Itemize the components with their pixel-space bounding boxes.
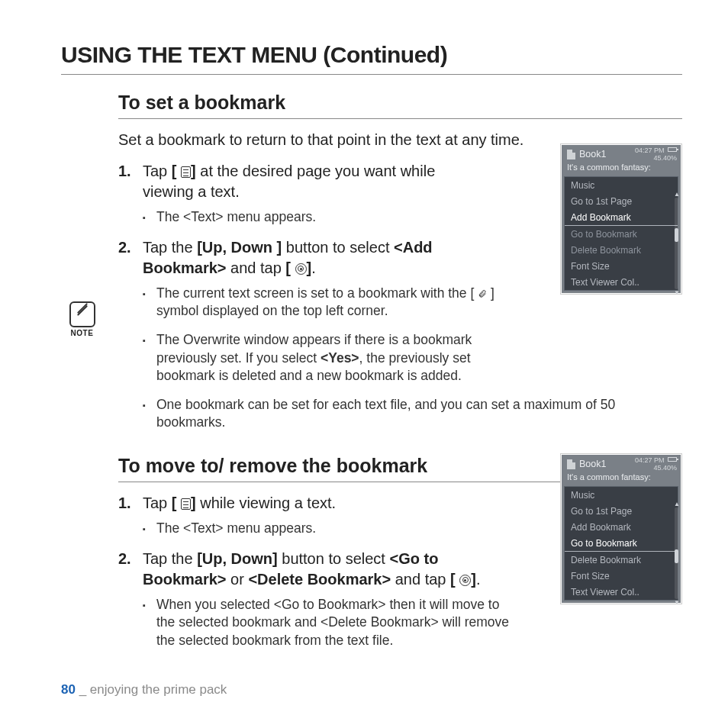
scroll-thumb [675,549,678,563]
menu-item-music: Music [565,177,678,193]
page-number: 80 [61,682,76,697]
step-number: 2. [118,237,135,279]
page-footer: 80 _ enjoying the prime pack [61,682,227,697]
menu-item-font-size: Font Size [565,258,678,274]
device-scrollbar: ▲ ▼ [675,198,678,289]
note-icon [69,301,95,327]
device-status: 04:27 PM 45.40% [635,147,677,163]
device-scrollbar: ▲ ▼ [675,507,678,599]
menu-icon [181,498,191,510]
scroll-up-icon: ▲ [674,192,679,197]
menu-item-add-bookmark: Add Bookmark [565,209,678,226]
device-excerpt: It's a common fantasy: [561,163,681,176]
menu-item-goto-bookmark: Go to Bookmark [565,226,678,242]
step-number: 1. [118,161,135,202]
device-screenshot-1: Book1 04:27 PM 45.40% It's a common fant… [560,143,682,295]
device-excerpt: It's a common fantasy: [561,472,681,486]
section1-step2-sub1: The current text screen is set to a book… [143,285,524,321]
scroll-down-icon: ▼ [674,290,679,295]
target-icon [295,263,307,275]
menu-item-text-color: Text Viewer Col.. [565,584,678,600]
section1-heading: To set a bookmark [118,92,682,119]
menu-item-goto-bookmark: Go to Bookmark [565,535,678,552]
battery-icon [668,147,677,152]
device-status: 04:27 PM 45.40% [635,457,677,472]
menu-item-font-size: Font Size [565,568,678,584]
note-callout: NOTE [61,301,103,337]
section2-step1-sub: The <Text> menu appears. [143,520,524,538]
step-number: 2. [118,549,135,590]
footer-chapter: enjoying the prime pack [90,682,227,697]
page-title: USING THE TEXT MENU (Continued) [61,42,682,75]
device-menu: Music Go to 1st Page Add Bookmark Go to … [564,176,678,291]
paperclip-icon [478,288,487,299]
menu-item-first-page: Go to 1st Page [565,193,678,209]
menu-item-first-page: Go to 1st Page [565,503,678,519]
device-book-title: Book1 [579,149,606,159]
scroll-up-icon: ▲ [674,501,679,507]
scroll-down-icon: ▼ [674,600,679,605]
step-number: 1. [118,493,135,514]
document-icon [567,459,575,469]
menu-icon [181,166,191,178]
note-item-1: The Overwrite window appears if there is… [143,331,494,385]
scroll-thumb [675,228,678,242]
target-icon [459,575,471,586]
battery-icon [668,457,677,462]
note-label: NOTE [61,329,103,337]
device-book-title: Book1 [579,459,606,469]
menu-item-add-bookmark: Add Bookmark [565,519,678,535]
section1-step1-sub: The <Text> menu appears. [143,208,524,227]
menu-item-text-color: Text Viewer Col.. [565,274,678,290]
menu-item-delete-bookmark: Delete Bookmark [565,552,678,568]
section2-step2-sub: When you selected <Go to Bookmark> then … [143,596,517,650]
note-item-2: One bookmark can be set for each text fi… [143,396,665,432]
document-icon [567,150,575,159]
device-menu: Music Go to 1st Page Add Bookmark Go to … [564,486,678,601]
device-screenshot-2: Book1 04:27 PM 45.40% It's a common fant… [560,453,682,604]
menu-item-music: Music [565,487,678,503]
menu-item-delete-bookmark: Delete Bookmark [565,242,678,258]
